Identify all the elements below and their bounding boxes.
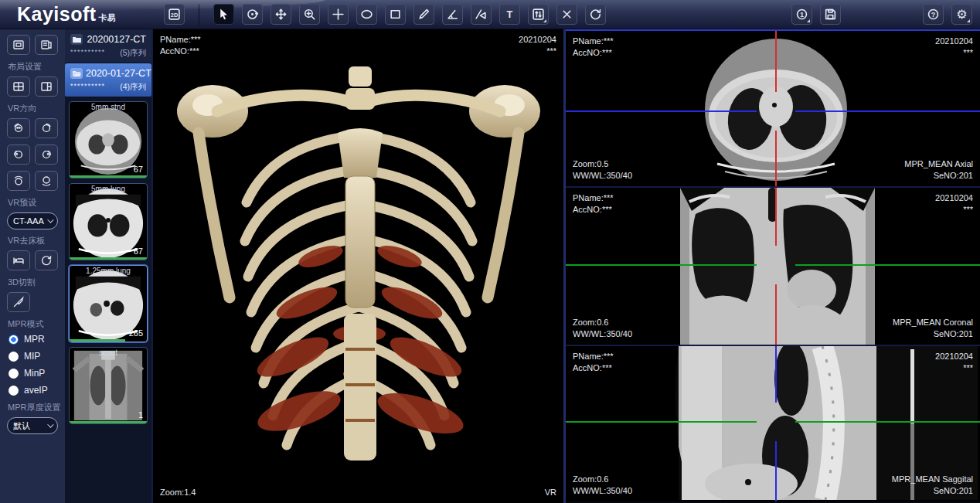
save-image-button[interactable] (820, 4, 841, 25)
app-logo: Kayisoft 卡易 (0, 3, 164, 25)
layout-split-button[interactable] (35, 76, 58, 97)
pencil-icon (417, 8, 430, 21)
crosshair-icon (332, 8, 345, 21)
series-panel: 20200127-CT ********** (5)序列 2020-01-27-… (65, 29, 151, 503)
select-cursor-button[interactable] (213, 4, 234, 25)
study-masked-id: ********** (70, 48, 105, 59)
patient-name: PName:*** (160, 34, 201, 46)
cobb-angle-button[interactable] (471, 4, 492, 25)
thumbnail-frame-number: 265 (129, 328, 143, 338)
mpr-mode-option-mpr[interactable]: MPR (9, 334, 58, 345)
coronal-vline-bottom (775, 284, 777, 345)
head-superior-icon (12, 175, 25, 187)
scalpel-button[interactable] (7, 292, 30, 312)
series-number: SeNO:201 (892, 485, 973, 497)
coronal-overlay-top-left: PName:*** AccNO:*** (573, 192, 614, 216)
reset-icon (589, 8, 602, 21)
zoom-value: Zoom:0.6 (573, 317, 632, 328)
sagittal-overlay-bottom-right: MPR_MEAN Saggital SeNO:201 (892, 474, 973, 497)
toolbar-divider (199, 4, 199, 25)
zoom-button[interactable] (299, 4, 320, 25)
study-masked-id: ********** (70, 82, 105, 93)
vr-bed-label: VR去床板 (8, 235, 58, 246)
axial-vline-bottom (775, 131, 777, 186)
window-level-icon (532, 8, 545, 21)
vr-viewport[interactable]: PName:*** AccNO:*** 20210204 *** Zoom:1.… (151, 29, 566, 503)
mpr-mode-option-minp[interactable]: MinP (9, 368, 58, 379)
head-inferior-button[interactable] (35, 171, 58, 191)
sagittal-hline-left (566, 421, 757, 423)
length-measure-button[interactable] (413, 4, 434, 25)
layout-report-button[interactable] (35, 35, 58, 55)
thumbnail-5mm-lung[interactable]: 5mm lung 67 (69, 183, 148, 260)
thumbnail-5mm-stnd[interactable]: 5mm stnd 67 (69, 101, 148, 178)
single-image-layout-button[interactable]: 1 (791, 4, 812, 25)
angle-measure-button[interactable] (442, 4, 463, 25)
mpr-thickness-select[interactable]: 默认 (7, 417, 58, 434)
settings-button[interactable]: ⚙ (951, 4, 972, 25)
angle-icon (446, 8, 459, 21)
head-superior-button[interactable] (7, 171, 30, 191)
mpr-mode-name: MPR_MEAN Saggital (892, 474, 973, 485)
text-annotation-button[interactable]: T (499, 4, 520, 25)
reset-view-button[interactable] (585, 4, 606, 25)
mpr-mode-label: MPR模式 (8, 318, 58, 330)
save-icon (824, 8, 837, 21)
thumbnail-image (70, 348, 147, 423)
sagittal-hline-right (795, 421, 980, 423)
thumbnail-list: 5mm stnd 67 5mm lung (65, 97, 151, 503)
thumbnail-label: 5mm stnd (70, 103, 147, 111)
vr-direction-label: VR方向 (8, 103, 58, 114)
vr-mode-label: VR (545, 487, 556, 498)
close-icon (560, 8, 573, 21)
ellipse-roi-button[interactable] (356, 4, 377, 25)
patient-name: PName:*** (573, 351, 614, 362)
crosshair-locate-button[interactable] (328, 4, 349, 25)
sagittal-vline-top (775, 346, 777, 403)
study-date-overlay: 20210204 (519, 34, 556, 46)
tool-buttons: 2D (164, 4, 606, 25)
radio-label: aveIP (24, 385, 48, 396)
study-item-2-selected[interactable]: 2020-01-27-CT ********** (4)序列 (65, 63, 151, 97)
mpr-mode-option-aveip[interactable]: aveIP (9, 385, 58, 396)
sagittal-vline-bottom (775, 441, 777, 501)
accession-number: AccNO:*** (573, 47, 614, 59)
study-series-count: (4)序列 (120, 82, 146, 93)
window-level-preset-button[interactable] (528, 4, 549, 25)
mpr-axial-viewport[interactable]: PName:*** AccNO:*** 20210204 *** Zoom:0.… (566, 29, 980, 188)
patient-name: PName:*** (573, 36, 614, 47)
head-left-button[interactable] (7, 144, 30, 165)
reset-bed-button[interactable] (35, 250, 58, 270)
thumbnail-progress-bar (70, 175, 147, 178)
layout-grid-button[interactable] (7, 76, 30, 97)
pan-button[interactable] (271, 4, 291, 25)
sagittal-overlay-top-right: 20210204 *** (935, 351, 973, 374)
study-date-overlay: 20210204 (935, 192, 973, 204)
mpr-sagittal-viewport[interactable]: PName:*** AccNO:*** 20210204 *** Zoom:0.… (566, 346, 980, 501)
head-right-button[interactable] (35, 144, 58, 165)
layout-single-button[interactable] (7, 35, 30, 55)
cut3d-label: 3D切割 (8, 277, 58, 288)
thumbnail-1-25mm-lung-selected[interactable]: 1.25mm lung 265 (69, 265, 148, 342)
mpr-mode-option-mip[interactable]: MIP (9, 351, 58, 362)
2d-mode-button[interactable]: 2D (164, 4, 185, 25)
head-posterior-button[interactable] (35, 118, 58, 138)
thumbnail-scout[interactable]: scout 1 (69, 347, 148, 424)
remove-bed-button[interactable] (7, 250, 30, 270)
study-item-1[interactable]: 20200127-CT ********** (5)序列 (65, 29, 151, 63)
rect-roi-button[interactable] (385, 4, 406, 25)
folder-closed-icon (70, 34, 83, 45)
rotate-3d-button[interactable] (242, 4, 263, 25)
mpr-coronal-viewport[interactable]: PName:*** AccNO:*** 20210204 *** Zoom:0.… (566, 188, 980, 346)
head-anterior-button[interactable] (7, 118, 30, 138)
patient-name: PName:*** (573, 192, 614, 204)
mpr-mode-name: MPR_MEAN Axial (904, 158, 973, 170)
radio-icon (9, 386, 19, 396)
axial-vline-top (775, 31, 777, 92)
coronal-overlay-top-right: 20210204 *** (935, 192, 973, 216)
vr-preset-select[interactable]: CT-AAA (7, 212, 58, 229)
help-button[interactable]: ? (923, 4, 944, 25)
thumbnail-progress-bar (70, 421, 147, 423)
radio-label: MPR (24, 334, 45, 345)
delete-annotation-button[interactable] (556, 4, 577, 25)
